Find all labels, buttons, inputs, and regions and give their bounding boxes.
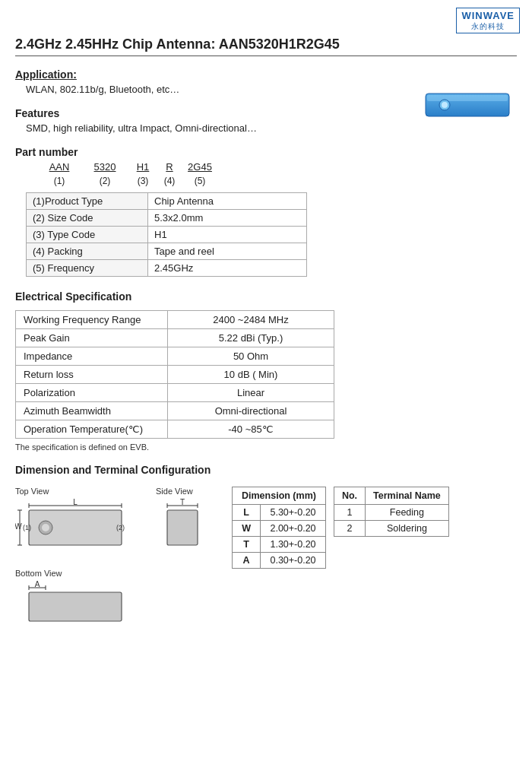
dim-param: W [233, 521, 261, 537]
table-row: PolarizationLinear [16, 384, 334, 402]
dim-param: L [233, 505, 261, 521]
logo: WINWAVE 永的科技 [456, 8, 520, 33]
part-number-index: (2) [82, 176, 128, 186]
part-number-index: (1) [36, 176, 82, 186]
part-number-table: (1)Product TypeChip Antenna(2) Size Code… [26, 192, 307, 277]
terminal-table: No. Terminal Name 1Feeding2Soldering [334, 487, 449, 537]
param-cell: (2) Size Code [27, 210, 148, 227]
terminal-no: 1 [334, 505, 365, 521]
dim-param: A [233, 553, 261, 569]
table-row: 2Soldering [334, 521, 448, 537]
param-cell: Azimuth Beamwidth [16, 402, 168, 420]
value-cell: 2.45GHz [148, 260, 307, 277]
electrical-title: Electrical Specification [15, 290, 517, 303]
side-view-label: Side View [156, 487, 193, 496]
part-number-title: Part number [15, 146, 517, 158]
param-cell: Return loss [16, 366, 168, 384]
table-row: (4) PackingTape and reel [27, 243, 307, 260]
terminal-no: 2 [334, 521, 365, 537]
table-row: Azimuth BeamwidthOmni-directional [16, 402, 334, 420]
table-row: (5) Frequency2.45GHz [27, 260, 307, 277]
terminal-name: Feeding [366, 505, 449, 521]
param-cell: Polarization [16, 384, 168, 402]
dimension-section: Dimension and Terminal Configuration Top… [15, 464, 517, 630]
part-number-code: H1 [128, 161, 158, 173]
dim-value: 0.30+-0.20 [261, 553, 326, 569]
part-number-index: (5) [181, 176, 219, 186]
svg-text:A: A [35, 580, 40, 588]
table-row: T1.30+-0.20 [233, 537, 326, 553]
param-cell: (4) Packing [27, 243, 148, 260]
svg-text:L: L [73, 498, 78, 506]
param-cell: Peak Gain [16, 329, 168, 347]
table-row: Return loss10 dB ( Min) [16, 366, 334, 384]
svg-point-15 [42, 524, 49, 531]
param-cell: Impedance [16, 347, 168, 366]
table-row: L5.30+-0.20 [233, 505, 326, 521]
value-cell: Chip Antenna [148, 193, 307, 210]
param-cell: Operation Temperature(℃) [16, 420, 168, 439]
dim-table: Dimension (mm) L5.30+-0.20W2.00+-0.20T1.… [232, 487, 326, 569]
svg-text:W: W [15, 522, 22, 531]
table-row: 1Feeding [334, 505, 448, 521]
table-row: Peak Gain5.22 dBi (Typ.) [16, 329, 334, 347]
svg-point-3 [442, 102, 448, 108]
table-row: (3) Type CodeH1 [27, 227, 307, 243]
svg-rect-26 [29, 592, 122, 621]
svg-text:(2): (2) [116, 524, 125, 531]
dim-value: 1.30+-0.20 [261, 537, 326, 553]
table-row: (1)Product TypeChip Antenna [27, 193, 307, 210]
value-cell: 5.22 dBi (Typ.) [168, 329, 334, 347]
part-number-code: AAN [36, 161, 82, 173]
part-number-index: (3) [128, 176, 158, 186]
value-cell: Linear [168, 384, 334, 402]
table-row: Impedance50 Ohm [16, 347, 334, 366]
table-row: A0.30+-0.20 [233, 553, 326, 569]
part-number-code: 5320 [82, 161, 128, 173]
side-view: Side View T [156, 487, 217, 555]
table-row: W2.00+-0.20 [233, 521, 326, 537]
dimension-tables: Dimension (mm) L5.30+-0.20W2.00+-0.20T1.… [232, 487, 449, 569]
electrical-note: The specification is defined on EVB. [15, 442, 517, 452]
logo-name: WINWAVE [461, 10, 515, 21]
dimension-title: Dimension and Terminal Configuration [15, 464, 517, 476]
top-view: Top View L W [15, 487, 133, 555]
value-cell: Tape and reel [148, 243, 307, 260]
bottom-view-label: Bottom View [15, 569, 62, 578]
bottom-view: Bottom View A [15, 569, 217, 630]
antenna-image [418, 80, 517, 128]
value-cell: 5.3x2.0mm [148, 210, 307, 227]
value-cell: 50 Ohm [168, 347, 334, 366]
value-cell: 10 dB ( Min) [168, 366, 334, 384]
dim-param: T [233, 537, 261, 553]
value-cell: -40 ~85℃ [168, 420, 334, 439]
table-row: Operation Temperature(℃)-40 ~85℃ [16, 420, 334, 439]
param-cell: (5) Frequency [27, 260, 148, 277]
part-number-section: Part number AAN5320H1R2G45 (1)(2)(3)(4)(… [15, 146, 517, 277]
logo-subtitle: 永的科技 [461, 21, 515, 32]
part-number-index: (4) [158, 176, 181, 186]
dim-value: 5.30+-0.20 [261, 505, 326, 521]
part-number-code: 2G45 [181, 161, 219, 173]
value-cell: H1 [148, 227, 307, 243]
param-cell: (1)Product Type [27, 193, 148, 210]
value-cell: Omni-directional [168, 402, 334, 420]
electrical-table: Working Frequency Range2400 ~2484 MHzPea… [15, 310, 334, 439]
svg-text:T: T [180, 498, 185, 506]
dimension-diagrams: Top View L W [15, 487, 217, 630]
svg-rect-21 [167, 510, 198, 545]
param-cell: Working Frequency Range [16, 311, 168, 329]
top-view-label: Top View [15, 487, 49, 496]
dim-value: 2.00+-0.20 [261, 521, 326, 537]
value-cell: 2400 ~2484 MHz [168, 311, 334, 329]
terminal-name: Soldering [366, 521, 449, 537]
param-cell: (3) Type Code [27, 227, 148, 243]
table-row: Working Frequency Range2400 ~2484 MHz [16, 311, 334, 329]
svg-rect-1 [427, 95, 508, 101]
part-number-code: R [158, 161, 181, 173]
page-title: 2.4GHz 2.45HHz Chip Antenna: AAN5320H1R2… [15, 36, 517, 56]
application-title: Application: [15, 68, 517, 81]
svg-text:(1): (1) [23, 524, 31, 531]
table-row: (2) Size Code5.3x2.0mm [27, 210, 307, 227]
